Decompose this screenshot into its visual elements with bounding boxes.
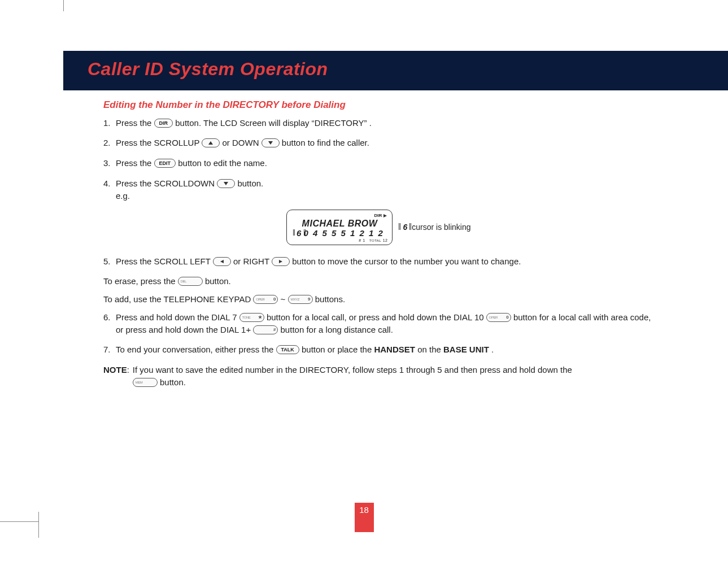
step-7: 7. To end your conversation, either pres… [103, 343, 654, 356]
handset-bold: HANDSET [374, 345, 415, 354]
keypad-hash-icon: # [253, 325, 278, 334]
lcd-footer: # 1 TOTAL 12 [291, 238, 387, 243]
svg-marker-1 [268, 141, 273, 145]
lcd-total-label: TOTAL [369, 239, 381, 242]
step-number: 7. [103, 343, 116, 356]
svg-marker-3 [383, 214, 387, 217]
keypad-9-icon: WXYZ 9 [288, 295, 313, 304]
step-6: 6. Press and hold down the DIAL 7 TONE ★… [103, 311, 654, 336]
text: buttons. [315, 294, 345, 304]
cursor-note: 6 cursor is blinking [400, 221, 470, 233]
text: To erase, press the [103, 276, 178, 286]
scroll-left-icon [213, 257, 231, 266]
cursor-sample-digit: 6 [400, 221, 409, 233]
step-body: Press the EDIT button to edit the name. [116, 157, 654, 169]
step-2: 2. Press the SCROLLUP or DOWN button to … [103, 137, 654, 149]
keypad-digit: 0 [506, 314, 508, 321]
step-number: 1. [103, 117, 116, 129]
content-area: Editing the Number in the DIRECTORY befo… [103, 98, 654, 389]
keypad-hint: OPER [489, 315, 498, 320]
step-body: Press and hold down the DIAL 7 TONE ★ bu… [116, 311, 654, 336]
text: “DIRECTORY” [312, 118, 367, 128]
text: Press and hold down the DIAL 7 [116, 312, 239, 322]
keypad-hint: OPER [256, 297, 264, 302]
text: button. The LCD Screen will display [175, 118, 312, 128]
lcd-number-rest: 0 4 5 5 5 1 2 1 2 [303, 228, 383, 238]
note-body: If you want to save the edited number in… [133, 364, 654, 389]
step-4: 4. Press the SCROLLDOWN button. e.g. [103, 177, 654, 202]
step-body: Press the SCROLLDOWN button. e.g. [116, 177, 654, 202]
step-body: Press the SCROLLUP or DOWN button to fin… [116, 137, 654, 149]
scroll-up-icon [202, 138, 220, 147]
page-number: 18 [355, 503, 374, 532]
svg-marker-4 [220, 260, 224, 263]
lcd-total-value: 12 [383, 238, 388, 242]
svg-marker-5 [279, 260, 282, 263]
page-title: Caller ID System Operation [88, 59, 328, 80]
step-number: 3. [103, 157, 116, 169]
text: Press the SCROLLUP [116, 138, 202, 147]
keypad-digit: 0 [273, 296, 276, 303]
text: or RIGHT [233, 256, 272, 266]
text: Press the SCROLL LEFT [116, 256, 213, 266]
step-body: To end your conversation, either press t… [116, 343, 654, 356]
text: . [369, 118, 372, 128]
svg-marker-2 [224, 182, 228, 185]
text: To add, use the TELEPHONE KEYPAD [103, 294, 253, 304]
text: button. [160, 377, 186, 387]
svg-marker-0 [208, 141, 213, 145]
edit-button-icon: EDIT [154, 159, 176, 168]
text: Press the SCROLLDOWN [116, 178, 217, 188]
step-number: 4. [103, 177, 116, 202]
scroll-down-icon [261, 138, 280, 147]
text: on the [417, 345, 443, 354]
keypad-star-icon: TONE ★ [239, 313, 264, 322]
step-number: 2. [103, 137, 116, 149]
keypad-hint: MEM [136, 380, 143, 385]
lcd-cursor-digit: 6 [295, 228, 303, 238]
text: To end your conversation, either press t… [116, 345, 276, 354]
talk-button-icon: TALK [276, 345, 299, 354]
lcd-screen: DIR MICHAEL BROW 60 4 5 5 5 1 2 1 2 # 1 … [286, 210, 393, 245]
lcd-name: MICHAEL BROW [291, 219, 387, 229]
memory-keypad-icon: MEM [133, 378, 158, 387]
text: Press the [116, 158, 154, 168]
keypad-digit: # [273, 326, 276, 333]
dir-button-icon: DIR [154, 119, 173, 128]
step-3: 3. Press the EDIT button to edit the nam… [103, 157, 654, 169]
crop-mark-left-h [0, 521, 38, 522]
text: button. [205, 276, 231, 286]
text: button or place the [302, 345, 374, 354]
step-1: 1. Press the DIR button. The LCD Screen … [103, 117, 654, 129]
step-body: Press the DIR button. The LCD Screen wil… [116, 117, 654, 129]
crop-mark-top [63, 0, 64, 11]
lcd-hash-value: 1 [363, 238, 365, 242]
example-label: e.g. [116, 190, 654, 202]
note-label-bold: NOTE [103, 365, 127, 375]
base-unit-bold: BASE UNIT [443, 345, 489, 354]
text: button to find the caller. [282, 138, 369, 147]
lcd-hash-label: # [359, 238, 361, 242]
text: If you want to save the edited number in… [133, 365, 572, 375]
lcd-example: DIR MICHAEL BROW 60 4 5 5 5 1 2 1 2 # 1 … [103, 210, 654, 245]
text: . [491, 345, 494, 354]
crop-mark-left-v [38, 512, 39, 538]
keypad-digit: ★ [258, 314, 262, 321]
cursor-note-text: cursor is blinking [412, 221, 470, 233]
keypad-hint: DEL [181, 279, 186, 284]
text: ~ [281, 294, 288, 304]
delete-keypad-icon: DEL [178, 277, 203, 286]
erase-instruction: To erase, press the DEL button. [103, 275, 654, 288]
text: or DOWN [222, 138, 261, 147]
lcd-number: 60 4 5 5 5 1 2 1 2 [291, 229, 387, 238]
text: button for a long distance call. [281, 325, 393, 334]
lcd-dir-label: DIR [374, 213, 382, 218]
keypad-hint: TONE [242, 315, 251, 320]
add-instruction: To add, use the TELEPHONE KEYPAD OPER 0 … [103, 293, 654, 306]
keypad-hint: WXYZ [291, 297, 299, 302]
step-body: Press the SCROLL LEFT or RIGHT button to… [116, 255, 654, 268]
text: button for a local call, or press and ho… [267, 312, 486, 322]
triangle-right-icon [383, 212, 387, 219]
note-row: NOTE: If you want to save the edited num… [103, 364, 654, 389]
step-number: 5. [103, 255, 116, 268]
